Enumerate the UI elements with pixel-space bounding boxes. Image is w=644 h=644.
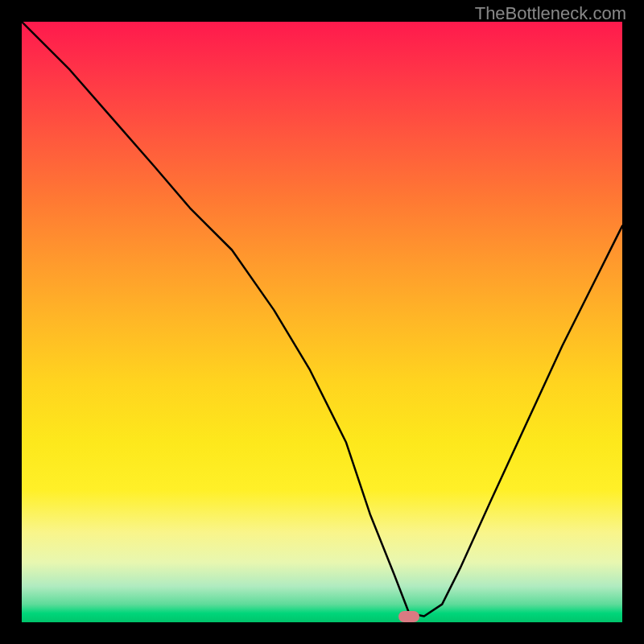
optimal-indicator — [398, 611, 419, 622]
plot-area — [22, 22, 622, 622]
bottleneck-curve — [22, 22, 622, 622]
watermark-text: TheBottleneck.com — [475, 3, 626, 24]
chart-container: TheBottleneck.com — [0, 0, 644, 644]
